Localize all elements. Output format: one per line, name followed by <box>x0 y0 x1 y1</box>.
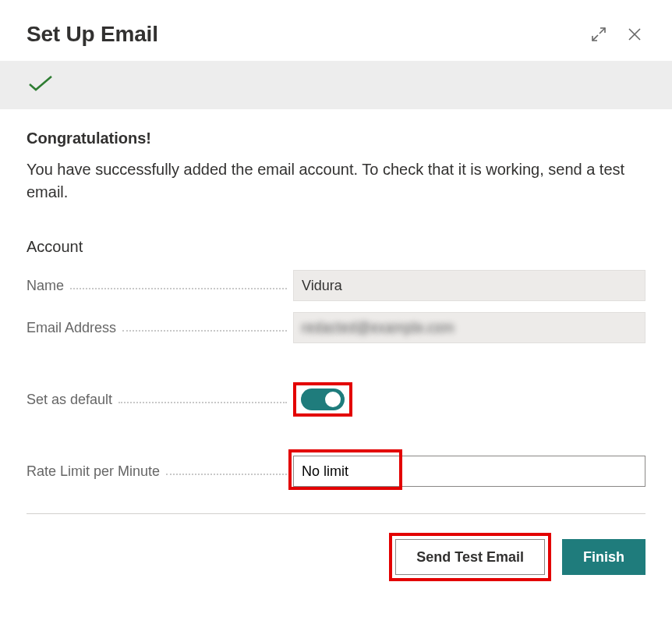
email-field: redacted@example.com <box>293 312 645 343</box>
send-test-email-button[interactable]: Send Test Email <box>395 539 545 575</box>
finish-button[interactable]: Finish <box>562 539 645 575</box>
row-email: Email Address redacted@example.com <box>27 312 645 343</box>
highlight-default <box>293 382 352 417</box>
default-toggle[interactable] <box>301 389 345 410</box>
default-value-col <box>293 382 645 417</box>
row-name: Name Vidura <box>27 270 645 301</box>
expand-icon[interactable] <box>588 23 610 45</box>
name-field: Vidura <box>293 270 645 301</box>
row-default: Set as default <box>27 382 645 417</box>
email-label-col: Email Address <box>27 320 293 336</box>
content: Congratulations! You have successfully a… <box>0 109 672 487</box>
rate-limit-label-col: Rate Limit per Minute <box>27 463 293 480</box>
name-label-col: Name <box>27 278 293 294</box>
email-label: Email Address <box>27 320 116 336</box>
dots <box>122 330 287 332</box>
check-icon <box>27 74 55 96</box>
congrats-heading: Congratulations! <box>27 130 645 147</box>
close-icon[interactable] <box>624 23 645 45</box>
dots <box>118 402 287 403</box>
dots <box>70 288 287 289</box>
row-rate-limit: Rate Limit per Minute <box>27 456 645 487</box>
highlight-send-test: Send Test Email <box>389 533 551 581</box>
rate-limit-label: Rate Limit per Minute <box>27 463 160 480</box>
rate-limit-value-col <box>293 456 645 487</box>
default-label-col: Set as default <box>27 392 293 408</box>
footer: Send Test Email Finish <box>27 513 645 581</box>
name-value-col: Vidura <box>293 270 645 301</box>
email-value-col: redacted@example.com <box>293 312 645 343</box>
dots <box>166 474 287 475</box>
titlebar: Set Up Email <box>0 0 672 61</box>
toggle-knob <box>325 392 341 407</box>
title-actions <box>588 23 645 45</box>
name-label: Name <box>27 278 64 294</box>
account-heading: Account <box>27 238 645 256</box>
rate-limit-input[interactable] <box>293 456 645 487</box>
dialog-title: Set Up Email <box>27 22 158 47</box>
congrats-body: You have successfully added the email ac… <box>27 158 627 204</box>
default-label: Set as default <box>27 392 112 408</box>
status-bar <box>0 61 672 109</box>
